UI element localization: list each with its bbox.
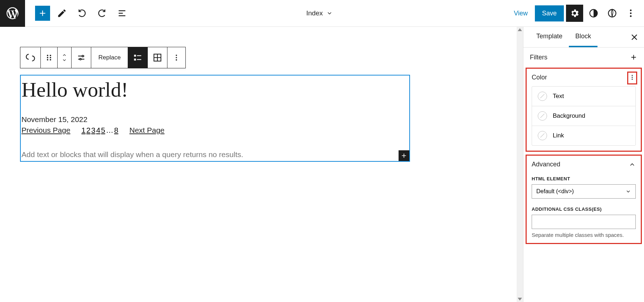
chevron-up-icon[interactable]: [61, 53, 68, 58]
undo-icon: [77, 8, 87, 18]
chevron-down-icon: [326, 10, 333, 16]
document-title: Index: [306, 9, 323, 17]
move-buttons: [58, 47, 72, 68]
color-link-option[interactable]: Link: [532, 126, 635, 145]
css-classes-input[interactable]: [532, 215, 636, 229]
compass-icon: [607, 8, 617, 18]
svg-point-16: [176, 55, 177, 56]
svg-point-2: [630, 10, 632, 11]
gear-icon: [570, 8, 580, 18]
pencil-icon: [57, 8, 67, 18]
grid-icon: [153, 53, 162, 62]
svg-point-19: [632, 75, 633, 76]
edit-mode-button[interactable]: [54, 5, 70, 21]
color-title: Color: [532, 74, 547, 81]
tab-block[interactable]: Block: [569, 27, 597, 47]
svg-rect-14: [135, 59, 136, 60]
color-panel-highlight: Color Text Background Link: [526, 68, 642, 152]
chevron-down-icon[interactable]: [61, 58, 68, 63]
advanced-panel-body: HTML ELEMENT Default (<div>) ADDITIONAL …: [527, 173, 641, 243]
filters-panel[interactable]: Filters: [523, 48, 644, 67]
contrast-icon: [589, 8, 599, 18]
color-background-option[interactable]: Background: [532, 106, 635, 126]
advanced-title: Advanced: [532, 161, 560, 168]
svg-point-17: [176, 57, 177, 58]
svg-point-12: [80, 58, 81, 60]
help-button[interactable]: [604, 5, 620, 21]
advanced-panel-header[interactable]: Advanced: [527, 156, 641, 173]
list-view-icon: [117, 8, 127, 18]
more-vertical-icon[interactable]: [629, 73, 635, 81]
css-classes-hint: Separate multiple classes with spaces.: [532, 232, 636, 238]
color-options-list: Text Background Link: [532, 86, 636, 146]
no-results-placeholder[interactable]: Add text or blocks that will display whe…: [21, 150, 409, 159]
block-toolbar: Replace: [20, 47, 186, 68]
svg-point-20: [632, 77, 633, 78]
drag-handle[interactable]: [41, 47, 58, 68]
empty-swatch-icon: [538, 92, 547, 101]
empty-swatch-icon: [538, 111, 547, 121]
redo-icon: [97, 8, 107, 18]
svg-point-9: [47, 59, 48, 60]
canvas-scrollbar[interactable]: [517, 27, 523, 302]
close-sidebar-button[interactable]: [628, 30, 641, 44]
sliders-icon: [77, 53, 86, 62]
settings-toggle[interactable]: [72, 47, 91, 68]
svg-point-8: [50, 57, 51, 58]
tab-template[interactable]: Template: [530, 27, 569, 47]
prev-page-link[interactable]: Previous Page: [21, 126, 70, 135]
list-layout-button[interactable]: [128, 47, 148, 68]
plus-icon[interactable]: [630, 53, 638, 61]
plus-icon: [400, 152, 408, 159]
pagination: Previous Page 12345…8 Next Page: [21, 126, 409, 135]
page-numbers[interactable]: 12345…8: [81, 126, 119, 135]
html-element-label: HTML ELEMENT: [532, 176, 636, 181]
document-title-dropdown[interactable]: Index: [130, 9, 509, 17]
svg-point-18: [176, 59, 177, 61]
settings-button[interactable]: [566, 5, 583, 22]
filters-label: Filters: [530, 54, 547, 61]
add-block-button[interactable]: [35, 6, 50, 21]
advanced-panel-highlight: Advanced HTML ELEMENT Default (<div>) AD…: [526, 155, 642, 244]
save-button[interactable]: Save: [535, 5, 564, 21]
sidebar-tabs: Template Block: [523, 27, 644, 48]
query-loop-icon: [25, 53, 35, 63]
undo-button[interactable]: [74, 5, 90, 21]
next-page-link[interactable]: Next Page: [130, 126, 165, 135]
grid-layout-button[interactable]: [148, 47, 167, 68]
view-link[interactable]: View: [509, 10, 533, 17]
wordpress-icon: [5, 6, 20, 20]
drag-icon: [46, 53, 52, 62]
more-vertical-icon: [172, 54, 180, 62]
chevron-down-icon: [625, 189, 631, 194]
empty-swatch-icon: [538, 131, 547, 140]
inline-add-block-button[interactable]: [399, 150, 409, 161]
wordpress-logo[interactable]: [0, 0, 25, 27]
svg-point-10: [50, 59, 51, 60]
svg-point-3: [630, 13, 632, 14]
list-view-button[interactable]: [114, 5, 130, 21]
replace-button[interactable]: Replace: [91, 47, 128, 68]
svg-point-11: [82, 55, 83, 57]
css-classes-label: ADDITIONAL CSS CLASS(ES): [532, 206, 636, 212]
top-toolbar: Index View Save: [0, 0, 644, 27]
more-vertical-icon: [626, 8, 636, 18]
post-title[interactable]: Hello world!: [21, 78, 409, 102]
html-element-select[interactable]: Default (<div>): [532, 184, 636, 199]
settings-sidebar: Template Block Filters Color Text: [523, 27, 644, 302]
color-options-highlight: [627, 72, 637, 84]
block-options-button[interactable]: [167, 47, 185, 68]
editor-canvas[interactable]: Replace Hello world! November 15, 2022 P…: [0, 27, 517, 302]
post-date[interactable]: November 15, 2022: [21, 115, 409, 124]
top-left-controls: [25, 5, 130, 21]
options-button[interactable]: [623, 5, 639, 21]
redo-button[interactable]: [94, 5, 110, 21]
query-loop-block[interactable]: Hello world! November 15, 2022 Previous …: [20, 75, 410, 162]
styles-button[interactable]: [585, 5, 602, 21]
list-icon: [133, 53, 142, 62]
color-text-option[interactable]: Text: [532, 87, 635, 106]
block-type-button[interactable]: [20, 47, 41, 68]
plus-icon: [38, 9, 47, 18]
svg-rect-13: [135, 55, 136, 56]
color-panel-header[interactable]: Color: [527, 69, 641, 86]
